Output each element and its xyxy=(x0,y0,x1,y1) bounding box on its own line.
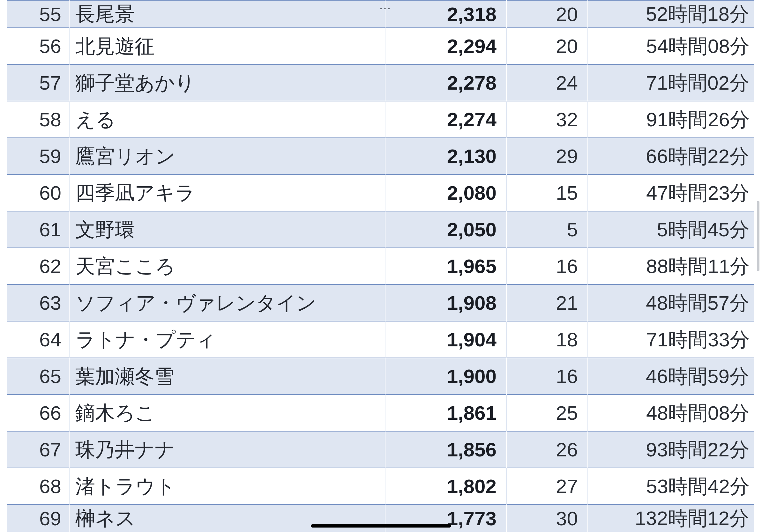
table-row[interactable]: 59 鷹宮リオン 2,130 29 66時間22分 xyxy=(7,138,755,174)
name-cell[interactable]: 北見遊征 xyxy=(69,28,385,64)
table-row[interactable]: 57 獅子堂あかり 2,278 24 71時間02分 xyxy=(7,64,755,101)
table-row[interactable]: 62 天宮こころ 1,965 16 88時間11分 xyxy=(7,248,755,285)
count-value: 18 xyxy=(556,328,578,351)
value-text: 1,861 xyxy=(447,402,496,424)
count-cell: 29 xyxy=(506,138,588,174)
time-value: 132時間12分 xyxy=(635,507,749,529)
time-value: 47時間23分 xyxy=(646,182,750,204)
name-cell[interactable]: 鷹宮リオン xyxy=(69,138,385,174)
name-value: 渚トラウト xyxy=(75,475,176,497)
name-value: 長尾景 xyxy=(75,3,135,25)
value-text: 2,318 xyxy=(447,3,496,25)
value-text: 1,904 xyxy=(447,328,496,351)
table-row[interactable]: 67 珠乃井ナナ 1,856 26 93時間22分 xyxy=(7,431,755,468)
name-cell[interactable]: 文野環 xyxy=(69,211,385,248)
count-value: 20 xyxy=(556,35,578,57)
value-cell: 2,080 xyxy=(385,174,506,211)
name-cell[interactable]: 四季凪アキラ xyxy=(69,174,385,211)
name-cell[interactable]: える xyxy=(69,101,385,138)
time-cell: 48時間08分 xyxy=(588,395,755,431)
table-row[interactable]: 56 北見遊征 2,294 20 54時間08分 xyxy=(7,28,755,64)
count-cell: 24 xyxy=(506,64,588,101)
time-cell: 47時間23分 xyxy=(588,174,755,211)
rank-value: 62 xyxy=(39,255,61,277)
count-cell: 16 xyxy=(506,248,588,285)
count-value: 21 xyxy=(556,292,578,314)
name-cell[interactable]: 鏑木ろこ xyxy=(69,395,385,431)
value-text: 1,900 xyxy=(447,365,496,387)
time-cell: 71時間33分 xyxy=(588,321,755,358)
rank-cell: 59 xyxy=(7,138,69,174)
name-value: ソフィア・ヴァレンタイン xyxy=(75,292,316,314)
time-value: 48時間57分 xyxy=(646,292,749,314)
time-value: 91時間26分 xyxy=(646,108,750,130)
name-cell[interactable]: ラトナ・プティ xyxy=(69,321,385,358)
name-value: 獅子堂あかり xyxy=(75,72,195,94)
value-cell: 1,908 xyxy=(385,285,506,321)
name-value: 鷹宮リオン xyxy=(75,145,175,167)
table-row[interactable]: 65 葉加瀬冬雪 1,900 16 46時間59分 xyxy=(7,358,755,395)
table-row[interactable]: 61 文野環 2,050 5 5時間45分 xyxy=(7,211,755,248)
time-value: 46時間59分 xyxy=(646,365,749,387)
table-row[interactable]: 63 ソフィア・ヴァレンタイン 1,908 21 48時間57分 xyxy=(7,285,755,321)
value-cell: 2,130 xyxy=(385,138,506,174)
count-value: 16 xyxy=(556,255,578,277)
value-cell: 1,900 xyxy=(385,358,506,395)
time-cell: 91時間26分 xyxy=(588,101,755,138)
count-cell: 26 xyxy=(506,431,588,468)
rank-value: 58 xyxy=(39,108,61,130)
value-cell: 1,965 xyxy=(385,248,506,285)
rank-value: 65 xyxy=(39,365,61,387)
rank-value: 64 xyxy=(39,328,61,351)
rank-value: 59 xyxy=(39,145,61,167)
table-row[interactable]: 58 える 2,274 32 91時間26分 xyxy=(7,101,755,138)
value-cell: 1,802 xyxy=(385,468,506,504)
rank-value: 68 xyxy=(39,475,61,497)
rank-cell: 63 xyxy=(7,285,69,321)
value-text: 1,773 xyxy=(447,507,496,529)
count-cell: 30 xyxy=(506,504,588,532)
rank-value: 69 xyxy=(39,507,61,529)
rank-value: 66 xyxy=(39,402,61,424)
count-cell: 20 xyxy=(506,0,588,28)
name-cell[interactable]: 天宮こころ xyxy=(69,248,385,285)
more-icon[interactable]: ··· xyxy=(380,3,392,14)
table-row[interactable]: 66 鏑木ろこ 1,861 25 48時間08分 xyxy=(7,395,755,431)
table-row[interactable]: 69 榊ネス 1,773 30 132時間12分 xyxy=(7,504,755,532)
table-row[interactable]: 60 四季凪アキラ 2,080 15 47時間23分 xyxy=(7,174,755,211)
table-row[interactable]: 64 ラトナ・プティ 1,904 18 71時間33分 xyxy=(7,321,755,358)
ranking-table-container[interactable]: 55 長尾景 2,318 20 52時間18分 56 北見遊征 2,294 20… xyxy=(0,0,762,532)
count-cell: 32 xyxy=(506,101,588,138)
name-cell[interactable]: 葉加瀬冬雪 xyxy=(69,358,385,395)
count-value: 30 xyxy=(556,507,578,529)
name-cell[interactable]: 榊ネス xyxy=(69,504,385,532)
rank-cell: 61 xyxy=(7,211,69,248)
count-cell: 16 xyxy=(506,358,588,395)
name-cell[interactable]: 珠乃井ナナ xyxy=(69,431,385,468)
name-cell[interactable]: ソフィア・ヴァレンタイン xyxy=(69,285,385,321)
value-cell: 2,278 xyxy=(385,64,506,101)
name-value: 四季凪アキラ xyxy=(75,182,195,204)
name-cell[interactable]: 長尾景 xyxy=(69,0,385,28)
name-value: 北見遊征 xyxy=(75,35,154,57)
name-cell[interactable]: 渚トラウト xyxy=(69,468,385,504)
count-value: 5 xyxy=(567,219,578,240)
value-cell: 1,861 xyxy=(385,395,506,431)
time-cell: 66時間22分 xyxy=(588,138,755,174)
time-value: 71時間02分 xyxy=(646,72,749,94)
value-cell: 1,904 xyxy=(385,321,506,358)
value-text: 1,965 xyxy=(447,255,496,277)
vertical-scrollbar[interactable] xyxy=(757,201,759,271)
name-cell[interactable]: 獅子堂あかり xyxy=(69,64,385,101)
ranking-table: 55 長尾景 2,318 20 52時間18分 56 北見遊征 2,294 20… xyxy=(7,0,755,532)
time-value: 53時間42分 xyxy=(646,475,750,497)
rank-cell: 67 xyxy=(7,431,69,468)
count-cell: 20 xyxy=(506,28,588,64)
time-cell: 71時間02分 xyxy=(588,64,755,101)
rank-cell: 55 xyxy=(7,0,69,28)
value-text: 2,294 xyxy=(447,35,496,57)
value-cell: 2,318 xyxy=(385,0,506,28)
home-indicator[interactable] xyxy=(311,524,451,528)
table-row[interactable]: 68 渚トラウト 1,802 27 53時間42分 xyxy=(7,468,755,504)
time-value: 48時間08分 xyxy=(646,402,750,424)
